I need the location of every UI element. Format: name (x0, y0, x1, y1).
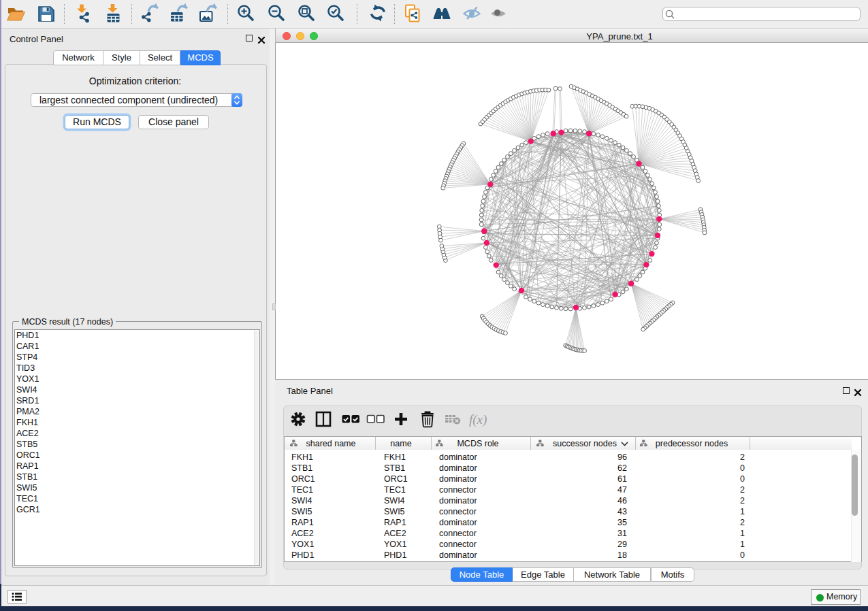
svg-text:shared name: shared name (306, 439, 356, 448)
svg-text:f(x): f(x) (469, 412, 487, 427)
svg-text:predecessor nodes: predecessor nodes (656, 439, 728, 448)
svg-text:MCDS role: MCDS role (457, 439, 498, 448)
svg-text:name: name (390, 439, 411, 448)
svg-text:successor nodes: successor nodes (553, 439, 617, 448)
